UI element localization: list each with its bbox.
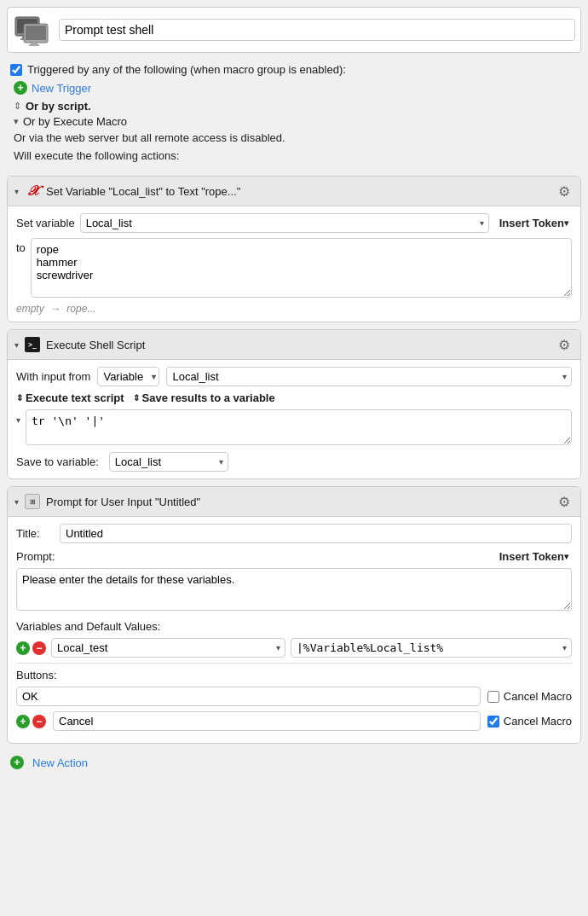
- action1-collapse-icon[interactable]: ▾: [14, 187, 19, 196]
- execute-text-script-label: Execute text script: [26, 391, 124, 404]
- var-name-wrapper: Local_test: [51, 638, 285, 658]
- title-row: Title:: [16, 524, 572, 543]
- action3-title: Prompt for User Input "Untitled": [46, 496, 555, 508]
- prompt-label: Prompt:: [16, 550, 55, 563]
- value-row: to rope hammer screwdriver: [16, 238, 572, 298]
- button-add-button[interactable]: +: [16, 715, 30, 728]
- action1-gear-button[interactable]: ⚙: [555, 182, 574, 200]
- svg-rect-7: [29, 44, 39, 46]
- variable-name-wrapper: Local_list: [80, 213, 489, 233]
- button2-cancel-macro-group: Cancel Macro: [487, 715, 572, 728]
- action2-gear-icon: ⚙: [558, 337, 570, 353]
- prompt-insert-token-button[interactable]: Insert Token: [496, 548, 572, 565]
- action1-gear-icon: ⚙: [558, 183, 570, 200]
- prompt-icon: ⊞: [24, 493, 41, 510]
- title-label: Title:: [16, 527, 55, 540]
- action1-body: Set variable Local_list Insert Token to …: [8, 206, 580, 322]
- preview-empty-label: empty: [16, 303, 44, 315]
- macro-title-input[interactable]: [59, 19, 575, 41]
- shell-icon: >_: [24, 336, 41, 353]
- var-value-select[interactable]: |%Variable%Local_list%: [291, 638, 572, 658]
- variable-icon: 𝒳: [24, 183, 41, 200]
- prompt-icon-symbol: ⊞: [30, 498, 36, 506]
- input-type-select[interactable]: Variable: [97, 367, 159, 386]
- insert-token-label: Insert Token: [499, 217, 564, 229]
- save-results-label: Save results to a variable: [142, 391, 275, 404]
- button2-row: + − Cancel Macro: [16, 711, 572, 731]
- script-content-textarea[interactable]: tr '\n' '|': [26, 409, 572, 445]
- new-action-plus-icon: +: [10, 756, 24, 769]
- input-variable-wrapper: Local_list: [166, 367, 572, 386]
- web-server-note: Or via the web server but all remote acc…: [14, 131, 574, 144]
- button1-name-input[interactable]: [16, 687, 481, 706]
- variable-plus-minus: + −: [16, 641, 46, 655]
- variable-defaults-row: + − Local_test |%Variable%Local_list%: [16, 638, 572, 658]
- action2-title: Execute Shell Script: [46, 339, 555, 351]
- triggers-section: Triggered by any of the following (when …: [7, 61, 581, 171]
- action-set-variable-header: ▾ 𝒳 Set Variable "Local_list" to Text "r…: [8, 177, 580, 206]
- button2-name-input[interactable]: [53, 711, 481, 731]
- preview-to-label: rope...: [66, 303, 95, 315]
- preview-arrow: →: [50, 303, 61, 315]
- input-variable-select[interactable]: Local_list: [166, 367, 572, 386]
- variable-name-select[interactable]: Local_list: [80, 213, 489, 233]
- trigger-by-macro-label: Or by Execute Macro: [23, 115, 127, 128]
- shell-icon-text: >_: [28, 341, 37, 349]
- to-label: to: [16, 241, 26, 254]
- prompt-textarea[interactable]: Please enter the details for these varia…: [16, 568, 572, 611]
- button1-row: Cancel Macro: [16, 687, 572, 706]
- variable-remove-button[interactable]: −: [32, 641, 46, 655]
- new-trigger-plus-icon: +: [14, 81, 27, 95]
- new-trigger-button[interactable]: + New Trigger: [14, 79, 91, 96]
- button2-cancel-macro-checkbox[interactable]: [487, 716, 499, 728]
- execute-text-script-button[interactable]: ⇕ Execute text script: [16, 391, 124, 404]
- action3-body: Title: Prompt: Insert Token Please enter…: [8, 517, 580, 743]
- script-collapse-icon[interactable]: ⇕: [14, 101, 21, 112]
- macro-icon: [13, 11, 50, 49]
- action2-collapse-icon[interactable]: ▾: [14, 340, 19, 350]
- triggers-enabled-checkbox[interactable]: [10, 64, 22, 76]
- save-to-label: Save to variable:: [16, 455, 99, 468]
- new-action-label: New Action: [32, 757, 88, 769]
- new-action-button[interactable]: + New Action: [7, 751, 91, 774]
- script-content-row: ▾ tr '\n' '|': [16, 409, 572, 445]
- button1-cancel-macro-group: Cancel Macro: [487, 690, 572, 703]
- divider: [16, 663, 572, 664]
- macro-header: [7, 7, 581, 53]
- var-name-select[interactable]: Local_test: [51, 638, 285, 658]
- insert-token-button[interactable]: Insert Token: [496, 215, 572, 231]
- button1-cancel-macro-checkbox[interactable]: [487, 691, 499, 703]
- script-options-row: ⇕ Execute text script ⇕ Save results to …: [16, 391, 572, 404]
- action2-gear-button[interactable]: ⚙: [555, 335, 574, 354]
- action3-gear-button[interactable]: ⚙: [555, 492, 574, 511]
- new-trigger-label: New Trigger: [32, 82, 91, 95]
- action-shell-script-header: ▾ >_ Execute Shell Script ⚙: [8, 330, 580, 360]
- action3-gear-icon: ⚙: [558, 494, 570, 510]
- variables-defaults-label: Variables and Default Values:: [16, 620, 572, 633]
- svg-rect-5: [26, 26, 46, 40]
- button1-cancel-macro-label: Cancel Macro: [504, 690, 572, 703]
- action-shell-script-card: ▾ >_ Execute Shell Script ⚙ With input f…: [7, 329, 581, 479]
- trigger-by-macro-item: ▾ Or by Execute Macro: [14, 115, 578, 128]
- macro-collapse-icon[interactable]: ▾: [14, 116, 19, 127]
- input-type-wrapper: Variable ▾: [95, 367, 161, 386]
- app-container: Triggered by any of the following (when …: [0, 0, 588, 781]
- action3-collapse-icon[interactable]: ▾: [14, 497, 19, 507]
- save-variable-select[interactable]: Local_list: [109, 452, 228, 472]
- set-variable-label: Set variable: [16, 217, 75, 229]
- will-execute-label: Will execute the following actions:: [14, 149, 574, 162]
- save-results-button[interactable]: ⇕ Save results to a variable: [133, 391, 275, 404]
- button-remove-button[interactable]: −: [32, 715, 46, 728]
- prompt-insert-token-label: Insert Token: [499, 550, 564, 563]
- action-set-variable-card: ▾ 𝒳 Set Variable "Local_list" to Text "r…: [7, 176, 581, 322]
- variable-add-button[interactable]: +: [16, 641, 30, 655]
- var-value-wrapper: |%Variable%Local_list%: [291, 638, 572, 658]
- action-prompt-card: ▾ ⊞ Prompt for User Input "Untitled" ⚙ T…: [7, 486, 581, 744]
- with-input-label: With input from: [16, 370, 90, 383]
- title-input[interactable]: [60, 524, 572, 543]
- variable-value-textarea[interactable]: rope hammer screwdriver: [31, 238, 572, 298]
- preview-row: empty → rope...: [16, 303, 572, 315]
- script-content-collapse[interactable]: ▾: [16, 413, 20, 426]
- buttons-label: Buttons:: [16, 669, 572, 681]
- prompt-header-row: Prompt: Insert Token: [16, 548, 572, 565]
